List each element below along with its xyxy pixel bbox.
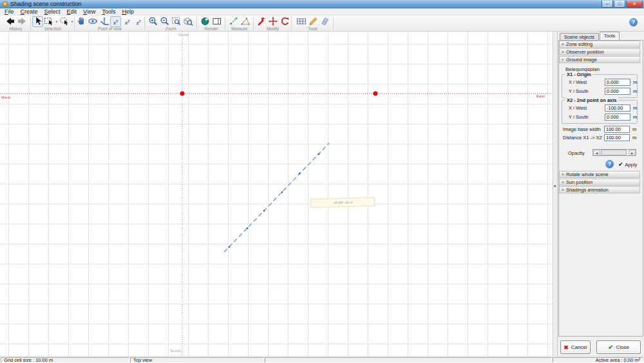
status-bar: Grid cell size : 10.00 m Top view Active…	[0, 356, 644, 363]
measure-distance-icon[interactable]	[229, 16, 240, 27]
x1-y-south-input[interactable]	[605, 88, 630, 95]
section-label: Observer position	[566, 49, 604, 55]
modify-rotate-icon[interactable]	[279, 16, 290, 27]
tab-tools[interactable]: Tools	[600, 32, 620, 40]
section-label: Rotate whole scene	[566, 172, 609, 177]
toolbar-group-zoom: Zoom	[146, 15, 196, 32]
modify-move-icon[interactable]	[267, 16, 278, 27]
slider-left-arrow-icon[interactable]: ◀	[593, 150, 600, 155]
maximize-button[interactable]: □	[614, 1, 625, 8]
close-window-button[interactable]: ×	[626, 1, 643, 8]
section-rotate-whole-scene[interactable]: » Rotate whole scene	[559, 171, 640, 178]
groupbox-title: X2 - 2nd point on axis	[565, 97, 618, 103]
section-observer-position[interactable]: » Observer position	[559, 48, 640, 55]
slider-thumb[interactable]	[601, 150, 627, 155]
section-ground-image[interactable]: » Ground Image	[559, 56, 640, 63]
menu-help[interactable]: Help	[118, 8, 137, 15]
menu-view[interactable]: View	[80, 8, 99, 15]
zoom-in-icon[interactable]	[148, 16, 159, 27]
west-axis-label: West	[1, 95, 11, 99]
field-label: Y / South	[569, 88, 605, 94]
menu-file[interactable]: File	[1, 8, 17, 15]
eraser-object-icon[interactable]	[319, 16, 330, 27]
view-top-xy-button[interactable]: xY	[110, 16, 121, 27]
tab-scene-objects[interactable]: Scene objects	[560, 33, 599, 40]
measure-angle-icon[interactable]	[240, 16, 251, 27]
menu-edit[interactable]: Edit	[64, 8, 80, 15]
chevron-down-icon: »	[560, 59, 565, 61]
render-shaded-icon[interactable]	[200, 16, 211, 27]
apply-label: Apply	[625, 162, 638, 168]
ground-help-icon[interactable]: ?	[605, 160, 614, 168]
zoom-out-icon[interactable]	[160, 16, 171, 27]
status-grid-cell-size: Grid cell size : 10.00 m	[1, 357, 129, 363]
cancel-button[interactable]: ✖ Cancel	[560, 340, 591, 354]
zoom-extent-3d-icon[interactable]	[183, 16, 194, 27]
menu-create[interactable]: Create	[17, 8, 41, 15]
ground-image-axis-line[interactable]	[224, 143, 329, 252]
view-front-xz-button[interactable]: xZ	[122, 16, 133, 27]
lasso-select-dropdown-icon[interactable]: ▼	[71, 20, 74, 23]
window-title: Shading scene construction	[10, 1, 82, 7]
section-zone-editing[interactable]: » Zone editing	[559, 41, 640, 48]
x1-x-west-input[interactable]	[605, 79, 630, 86]
section-label: Sun position	[566, 179, 592, 185]
chevron-right-icon: »	[562, 180, 564, 184]
group-label-measure: Measure	[231, 27, 247, 31]
opacity-slider[interactable]: ◀ ▶	[592, 149, 636, 156]
groupbox-x2-second-point: X2 - 2nd point on axis X / West m Y / So…	[562, 100, 638, 124]
distance-x1-x2-input[interactable]	[604, 134, 630, 141]
render-wireframe-icon[interactable]	[212, 16, 223, 27]
grid-table-icon[interactable]	[296, 16, 307, 27]
toolbar-separator	[196, 17, 197, 30]
zoom-window-icon[interactable]	[171, 16, 182, 27]
redo-forward-icon[interactable]	[16, 16, 27, 27]
axes-view-icon[interactable]	[99, 16, 109, 27]
orbit-rotate-view-icon[interactable]	[87, 16, 98, 27]
toolbar-separator	[144, 17, 145, 30]
menu-tools[interactable]: Tools	[99, 8, 118, 15]
unit-label: m	[633, 79, 637, 85]
status-empty-segment	[265, 357, 552, 363]
help-icon[interactable]: ?	[629, 18, 638, 26]
origin-point-x1[interactable]	[180, 91, 184, 95]
section-label: Shadings animation	[566, 187, 609, 193]
splitter-collapse-icon[interactable]: ◀	[553, 184, 556, 188]
image-base-width-input[interactable]	[604, 126, 630, 133]
modify-wrench-icon[interactable]	[256, 16, 267, 27]
pencil-draw-icon[interactable]	[307, 16, 318, 27]
menu-bar: File Create Select Edit View Tools Help	[0, 8, 644, 15]
section-label: Ground Image	[566, 57, 597, 63]
section-sun-position[interactable]: » Sun position	[559, 179, 640, 186]
scene-canvas[interactable]: North South West East ·ılı·ıllıl ·ılıı ı…	[0, 32, 553, 356]
groupbox-title: X1 - Origin	[565, 72, 592, 77]
group-label-selection: Selection	[44, 27, 62, 31]
app-icon	[3, 1, 8, 6]
rectangle-select-icon[interactable]	[44, 16, 55, 27]
axis-point-x2[interactable]	[373, 91, 377, 95]
select-cursor-icon[interactable]	[32, 16, 43, 27]
apply-button[interactable]: ✔ Apply	[618, 161, 637, 168]
section-shadings-animation[interactable]: » Shadings animation	[559, 186, 640, 193]
pan-hand-icon[interactable]	[75, 16, 86, 27]
minimize-button[interactable]: –	[601, 1, 613, 8]
slider-right-arrow-icon[interactable]: ▶	[629, 150, 636, 155]
toolbar-group-tools: Tools	[292, 15, 333, 32]
rectangle-select-dropdown-icon[interactable]: ▼	[55, 20, 59, 23]
lasso-select-icon[interactable]	[59, 16, 70, 27]
toolbar-separator	[225, 17, 225, 30]
view-side-zy-button[interactable]: zY	[133, 16, 144, 27]
close-label: Close	[616, 344, 629, 350]
toolbar-group-selection: ▼ ▼ Selection	[32, 15, 74, 32]
status-view-mode: Top view	[130, 357, 264, 363]
shading-scene-window: { "window": { "title": "Shading scene co…	[0, 0, 644, 363]
unit-label: m	[633, 105, 637, 111]
x2-y-south-input[interactable]	[605, 113, 630, 121]
undo-back-icon[interactable]	[5, 16, 15, 27]
cancel-label: Cancel	[571, 344, 587, 350]
x2-x-west-input[interactable]	[605, 104, 630, 112]
menu-select[interactable]: Select	[41, 8, 64, 15]
section-label: Zone editing	[566, 41, 592, 47]
close-button[interactable]: ✔ Close	[596, 340, 641, 354]
panel-splitter[interactable]: ◀	[553, 32, 558, 356]
